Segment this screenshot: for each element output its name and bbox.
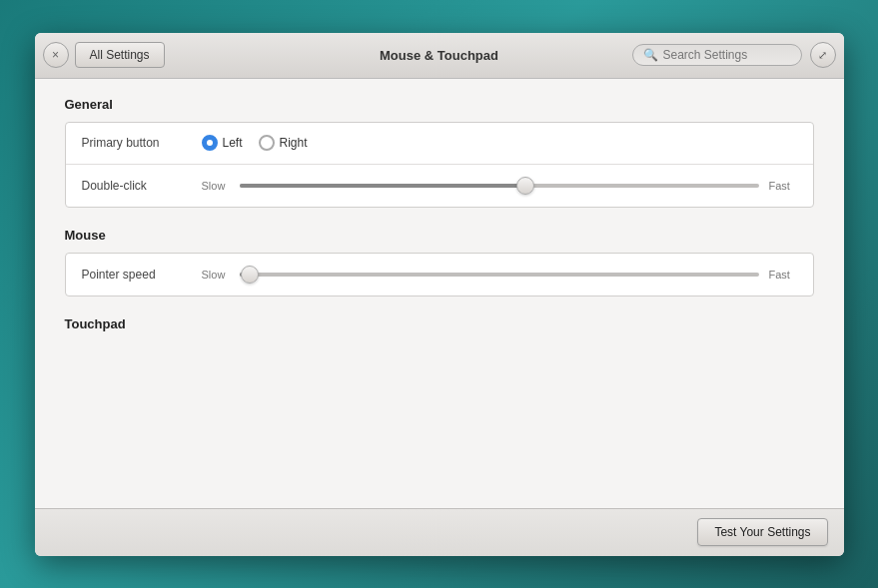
footer: Test Your Settings	[35, 508, 844, 556]
double-click-row: Double-click Slow Fast	[66, 165, 813, 207]
primary-button-options: Left Right	[202, 135, 308, 151]
pointer-speed-slow-label: Slow	[202, 269, 230, 281]
left-radio-label: Left	[223, 136, 243, 150]
pointer-speed-fast-label: Fast	[769, 269, 797, 281]
main-window: × All Settings Mouse & Touchpad 🔍 ⤢ Gene…	[35, 33, 844, 556]
double-click-slow-label: Slow	[202, 180, 230, 192]
general-settings-group: Primary button Left Right Double-click S	[65, 122, 814, 208]
close-icon: ×	[52, 48, 59, 62]
test-settings-button[interactable]: Test Your Settings	[697, 518, 827, 546]
double-click-slider-track[interactable]	[240, 184, 759, 188]
primary-button-label: Primary button	[82, 136, 202, 150]
double-click-label: Double-click	[82, 179, 202, 193]
right-radio-circle[interactable]	[259, 135, 275, 151]
general-section-title: General	[65, 97, 814, 112]
pointer-speed-label: Pointer speed	[82, 268, 202, 282]
expand-button[interactable]: ⤢	[810, 42, 836, 68]
search-icon: 🔍	[643, 48, 658, 62]
expand-icon: ⤢	[818, 49, 827, 62]
pointer-speed-row: Pointer speed Slow Fast	[66, 254, 813, 295]
window-title: Mouse & Touchpad	[380, 48, 498, 63]
close-button[interactable]: ×	[43, 42, 69, 68]
left-radio-circle[interactable]	[202, 135, 218, 151]
double-click-slider-fill	[240, 184, 525, 188]
search-input[interactable]	[663, 48, 791, 62]
back-button[interactable]: All Settings	[75, 42, 165, 68]
titlebar: × All Settings Mouse & Touchpad 🔍 ⤢	[35, 33, 844, 79]
left-radio-option[interactable]: Left	[202, 135, 243, 151]
pointer-speed-slider-thumb[interactable]	[241, 266, 259, 284]
mouse-section-title: Mouse	[65, 228, 814, 243]
double-click-slider-row: Slow Fast	[202, 180, 797, 192]
double-click-slider-thumb[interactable]	[516, 177, 534, 195]
touchpad-section-title: Touchpad	[65, 316, 814, 331]
right-radio-option[interactable]: Right	[259, 135, 308, 151]
search-box[interactable]: 🔍	[632, 44, 802, 66]
content-area: General Primary button Left Right	[35, 79, 844, 508]
back-button-label: All Settings	[90, 48, 150, 62]
right-radio-label: Right	[280, 136, 308, 150]
pointer-speed-slider-track[interactable]	[240, 273, 759, 277]
double-click-fast-label: Fast	[769, 180, 797, 192]
pointer-speed-slider-row: Slow Fast	[202, 269, 797, 281]
mouse-settings-group: Pointer speed Slow Fast	[65, 253, 814, 296]
primary-button-row: Primary button Left Right	[66, 123, 813, 165]
